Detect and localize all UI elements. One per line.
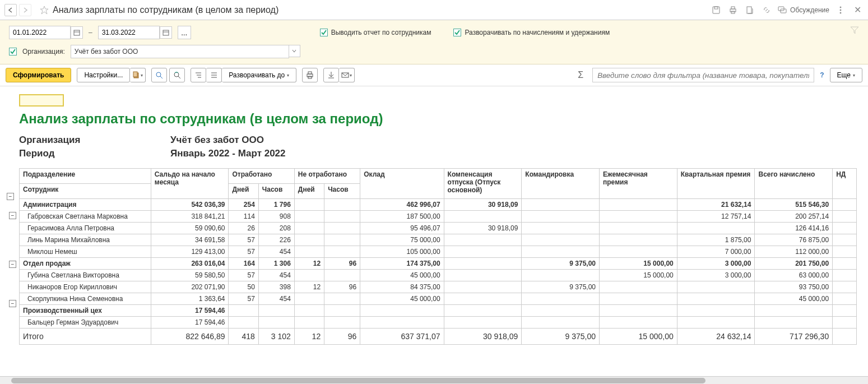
cell-nwh xyxy=(324,223,360,234)
org-select[interactable]: Учёт без забот ООО xyxy=(71,45,289,58)
cell-qb xyxy=(677,281,755,293)
chk-expand[interactable] xyxy=(453,29,461,36)
calendar-from-icon[interactable] xyxy=(71,26,83,39)
link-icon[interactable] xyxy=(761,4,772,16)
table-row[interactable]: Никаноров Егор Кириллович202 071,9050398… xyxy=(20,281,857,293)
svg-point-8 xyxy=(840,7,841,8)
tree-btn-group-1[interactable]: − xyxy=(9,261,16,268)
expand-all-icon[interactable] xyxy=(191,68,206,82)
cell-wh xyxy=(258,317,294,329)
cell-mb: 15 000,00 xyxy=(600,258,677,270)
cell-wh: 454 xyxy=(258,246,294,258)
document-icon[interactable] xyxy=(744,4,755,16)
cell-wd: 26 xyxy=(229,223,258,234)
table-row[interactable]: Отдел продаж263 016,041641 3061296174 37… xyxy=(20,258,857,270)
cell-nwd xyxy=(294,211,324,223)
cell-salary: 105 000,00 xyxy=(360,246,444,258)
cell-nwh: 96 xyxy=(324,258,360,270)
svg-point-9 xyxy=(840,10,841,11)
print-icon[interactable] xyxy=(727,4,739,16)
more-button[interactable]: Еще▾ xyxy=(830,68,862,82)
cell-name: Бальцер Герман Эдуардович xyxy=(20,317,151,329)
cell-mb xyxy=(600,246,677,258)
save-report-icon[interactable] xyxy=(323,68,339,82)
print-button-icon[interactable] xyxy=(302,68,318,82)
search-icon[interactable] xyxy=(151,68,167,82)
cell-trip xyxy=(522,305,600,317)
help-button[interactable]: ? xyxy=(820,71,824,79)
cell-salary: 95 496,07 xyxy=(360,223,444,234)
cell-nwh xyxy=(324,246,360,258)
table-row[interactable]: Бальцер Герман Эдуардович17 594,46 xyxy=(20,317,857,329)
nav-back-button[interactable] xyxy=(4,4,17,16)
table-row[interactable]: Скорлупкина Нина Семеновна1 363,64574544… xyxy=(20,293,857,305)
filter-input[interactable] xyxy=(592,68,814,82)
table-row[interactable]: Герасимова Алла Петровна59 090,602620895… xyxy=(20,223,857,234)
cell-comp xyxy=(444,317,522,329)
cell-nwd: 12 xyxy=(294,281,324,293)
table-row[interactable]: Производственный цех17 594,46 xyxy=(20,305,857,317)
svg-rect-5 xyxy=(747,7,751,13)
cell-saldo: 263 016,04 xyxy=(151,258,229,270)
tree-btn-group-2[interactable]: − xyxy=(9,300,16,307)
generate-button[interactable]: Сформировать xyxy=(6,68,71,82)
cell-wh: 908 xyxy=(258,211,294,223)
favorite-star-icon[interactable] xyxy=(39,5,49,15)
table-row[interactable]: Администрация542 036,392541 796462 996,0… xyxy=(20,199,857,211)
tree-btn-group-0[interactable]: − xyxy=(9,212,16,219)
save-icon[interactable] xyxy=(711,4,722,16)
org-select-arrow-icon[interactable] xyxy=(289,45,300,57)
cell-ndfl xyxy=(833,293,857,305)
clipboard-icon[interactable]: ▾ xyxy=(130,68,146,82)
cell-mb xyxy=(600,234,677,246)
cell-name: Герасимова Алла Петровна xyxy=(20,223,151,234)
sigma-icon[interactable]: Σ xyxy=(578,70,583,80)
cell-ndfl xyxy=(833,246,857,258)
cell-salary: 45 000,00 xyxy=(360,270,444,281)
cell-saldo: 542 036,39 xyxy=(151,199,229,211)
table-row[interactable]: Габровская Светлана Марковна318 841,2111… xyxy=(20,211,857,223)
selection-box[interactable] xyxy=(19,94,64,107)
close-button[interactable]: ✕ xyxy=(852,4,864,15)
chk-org[interactable] xyxy=(9,48,17,55)
cell-qb: 1 875,00 xyxy=(677,234,755,246)
cell-mb xyxy=(600,305,677,317)
cell-qb xyxy=(677,223,755,234)
cell-nwd xyxy=(294,293,324,305)
cell-saldo: 822 646,89 xyxy=(151,329,229,345)
horizontal-scrollbar[interactable] xyxy=(0,376,868,384)
table-row[interactable]: Линь Марина Михайловна34 691,585722675 0… xyxy=(20,234,857,246)
settings-button[interactable]: Настройки... xyxy=(77,68,130,82)
period-select-button[interactable]: ... xyxy=(178,26,191,39)
email-report-icon[interactable]: ▾ xyxy=(339,68,355,82)
kebab-icon[interactable] xyxy=(835,4,846,16)
cell-comp xyxy=(444,246,522,258)
cell-wd: 57 xyxy=(229,270,258,281)
collapse-all-icon[interactable] xyxy=(206,68,222,82)
report-area[interactable]: − Анализ зарплаты по сотрудникам (в цело… xyxy=(0,86,868,376)
cell-saldo: 129 413,00 xyxy=(151,246,229,258)
org-label: Организация: xyxy=(22,48,65,55)
cell-mb xyxy=(600,317,677,329)
table-row[interactable]: Миклош Немеш129 413,0057454105 000,007 0… xyxy=(20,246,857,258)
date-from-input[interactable] xyxy=(9,26,71,39)
nav-forward-button[interactable] xyxy=(19,4,31,16)
table-row[interactable]: Губина Светлана Викторовна59 580,5057454… xyxy=(20,270,857,281)
tree-collapse-root[interactable]: − xyxy=(7,193,14,200)
cell-ndfl xyxy=(833,199,857,211)
chk-employees[interactable] xyxy=(320,29,328,36)
cell-total: 112 000,00 xyxy=(755,246,833,258)
more-label: Еще xyxy=(837,71,851,79)
refresh-search-icon[interactable] xyxy=(169,68,185,82)
th-mb: Ежемесячная премия xyxy=(600,169,677,199)
cell-nwh xyxy=(324,270,360,281)
org-value: Учёт без забот ООО xyxy=(75,48,138,55)
filter-funnel-icon[interactable] xyxy=(850,26,859,36)
cell-wd xyxy=(229,317,258,329)
cell-ndfl xyxy=(833,223,857,234)
calendar-to-icon[interactable] xyxy=(160,26,172,39)
expand-to-button[interactable]: Разворачивать до▾ xyxy=(222,68,296,82)
cell-name: Никаноров Егор Кириллович xyxy=(20,281,151,293)
discuss-button[interactable]: Обсуждение xyxy=(778,6,829,15)
date-to-input[interactable] xyxy=(98,26,160,39)
